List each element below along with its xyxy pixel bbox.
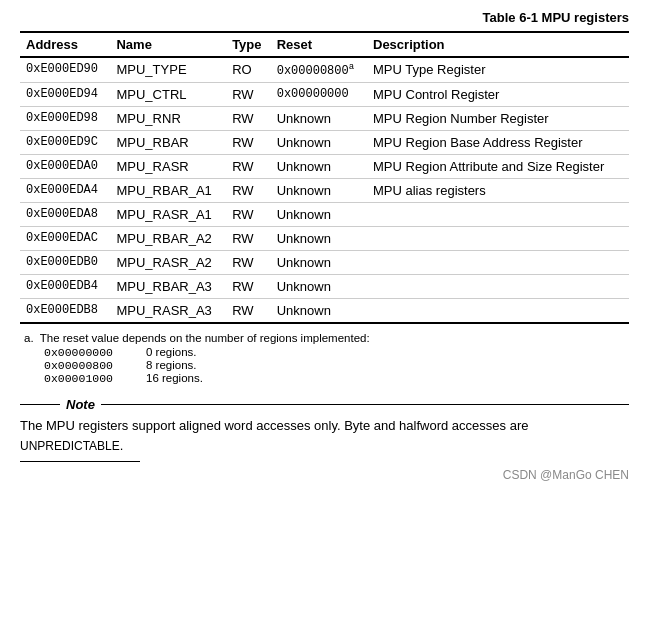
cell-address: 0xE000EDB0 [20, 251, 110, 275]
cell-description: MPU Type Register [367, 57, 629, 83]
col-address: Address [20, 32, 110, 57]
table-row: 0xE000EDB8MPU_RASR_A3RWUnknown [20, 299, 629, 324]
footnote-label: a. The reset value depends on the number… [24, 332, 370, 344]
table-row: 0xE000EDB4MPU_RBAR_A3RWUnknown [20, 275, 629, 299]
cell-description: MPU alias registers [367, 179, 629, 203]
table-header-row: Address Name Type Reset Description [20, 32, 629, 57]
col-name: Name [110, 32, 226, 57]
cell-reset: Unknown [271, 203, 367, 227]
cell-type: RW [226, 83, 271, 107]
cell-type: RW [226, 107, 271, 131]
cell-description [367, 275, 629, 299]
cell-name: MPU_RNR [110, 107, 226, 131]
cell-reset: Unknown [271, 107, 367, 131]
unpredictable-text: unpredictable [20, 439, 120, 453]
cell-reset: Unknown [271, 251, 367, 275]
footnote-value: 0x00000800 [44, 359, 134, 372]
note-title-line: Note [20, 397, 629, 412]
cell-address: 0xE000ED94 [20, 83, 110, 107]
table-row: 0xE000ED9CMPU_RBARRWUnknownMPU Region Ba… [20, 131, 629, 155]
cell-address: 0xE000EDA8 [20, 203, 110, 227]
cell-address: 0xE000EDA0 [20, 155, 110, 179]
cell-type: RW [226, 251, 271, 275]
cell-description: MPU Control Register [367, 83, 629, 107]
note-bottom-rule [20, 461, 140, 462]
table-row: 0xE000EDA0MPU_RASRRWUnknownMPU Region At… [20, 155, 629, 179]
cell-type: RW [226, 227, 271, 251]
cell-reset: Unknown [271, 275, 367, 299]
note-label: Note [66, 397, 95, 412]
footnote-desc: 8 regions. [146, 359, 197, 372]
cell-type: RW [226, 299, 271, 324]
col-reset: Reset [271, 32, 367, 57]
footnote-desc: 0 regions. [146, 346, 197, 359]
note-rule-right [101, 404, 629, 405]
table-row: 0xE000ED98MPU_RNRRWUnknownMPU Region Num… [20, 107, 629, 131]
watermark: CSDN @ManGo CHEN [20, 468, 629, 482]
cell-address: 0xE000EDB8 [20, 299, 110, 324]
col-type: Type [226, 32, 271, 57]
mpu-registers-table: Address Name Type Reset Description 0xE0… [20, 31, 629, 324]
cell-address: 0xE000ED98 [20, 107, 110, 131]
cell-address: 0xE000EDA4 [20, 179, 110, 203]
cell-description [367, 299, 629, 324]
table-row: 0xE000EDA8MPU_RASR_A1RWUnknown [20, 203, 629, 227]
cell-description [367, 251, 629, 275]
cell-reset: Unknown [271, 179, 367, 203]
footnote-header: a. The reset value depends on the number… [24, 332, 629, 344]
cell-type: RW [226, 179, 271, 203]
cell-type: RW [226, 203, 271, 227]
cell-name: MPU_RBAR_A2 [110, 227, 226, 251]
cell-address: 0xE000ED9C [20, 131, 110, 155]
cell-description [367, 203, 629, 227]
table-row: 0xE000ED94MPU_CTRLRW0x00000000MPU Contro… [20, 83, 629, 107]
cell-type: RW [226, 275, 271, 299]
cell-name: MPU_RASR [110, 155, 226, 179]
cell-reset: 0x00000000 [271, 83, 367, 107]
cell-description [367, 227, 629, 251]
table-row: 0xE000ED90MPU_TYPERO0x00000800aMPU Type … [20, 57, 629, 83]
cell-type: RO [226, 57, 271, 83]
note-section: Note The MPU registers support aligned w… [20, 397, 629, 462]
table-row: 0xE000EDB0MPU_RASR_A2RWUnknown [20, 251, 629, 275]
cell-description: MPU Region Base Address Register [367, 131, 629, 155]
footnote-item: 0x000008008 regions. [24, 359, 629, 372]
cell-description: MPU Region Attribute and Size Register [367, 155, 629, 179]
cell-name: MPU_RBAR_A3 [110, 275, 226, 299]
table-row: 0xE000EDA4MPU_RBAR_A1RWUnknownMPU alias … [20, 179, 629, 203]
footnote-item: 0x000000000 regions. [24, 346, 629, 359]
footnote-item: 0x0000100016 regions. [24, 372, 629, 385]
footnote-value: 0x00000000 [44, 346, 134, 359]
cell-name: MPU_RASR_A2 [110, 251, 226, 275]
footnote-desc: 16 regions. [146, 372, 203, 385]
table-row: 0xE000EDACMPU_RBAR_A2RWUnknown [20, 227, 629, 251]
cell-address: 0xE000EDAC [20, 227, 110, 251]
cell-name: MPU_RBAR_A1 [110, 179, 226, 203]
cell-name: MPU_RBAR [110, 131, 226, 155]
note-rule-left [20, 404, 60, 405]
footnote-section: a. The reset value depends on the number… [20, 332, 629, 385]
cell-type: RW [226, 155, 271, 179]
cell-name: MPU_RASR_A3 [110, 299, 226, 324]
cell-description: MPU Region Number Register [367, 107, 629, 131]
cell-reset: Unknown [271, 155, 367, 179]
cell-address: 0xE000ED90 [20, 57, 110, 83]
cell-name: MPU_RASR_A1 [110, 203, 226, 227]
cell-type: RW [226, 131, 271, 155]
footnote-value: 0x00001000 [44, 372, 134, 385]
note-body: The MPU registers support aligned word a… [20, 416, 629, 455]
cell-name: MPU_CTRL [110, 83, 226, 107]
cell-reset: Unknown [271, 227, 367, 251]
table-title: Table 6-1 MPU registers [20, 10, 629, 25]
cell-reset: 0x00000800a [271, 57, 367, 83]
cell-reset: Unknown [271, 131, 367, 155]
cell-name: MPU_TYPE [110, 57, 226, 83]
col-description: Description [367, 32, 629, 57]
cell-address: 0xE000EDB4 [20, 275, 110, 299]
cell-reset: Unknown [271, 299, 367, 324]
